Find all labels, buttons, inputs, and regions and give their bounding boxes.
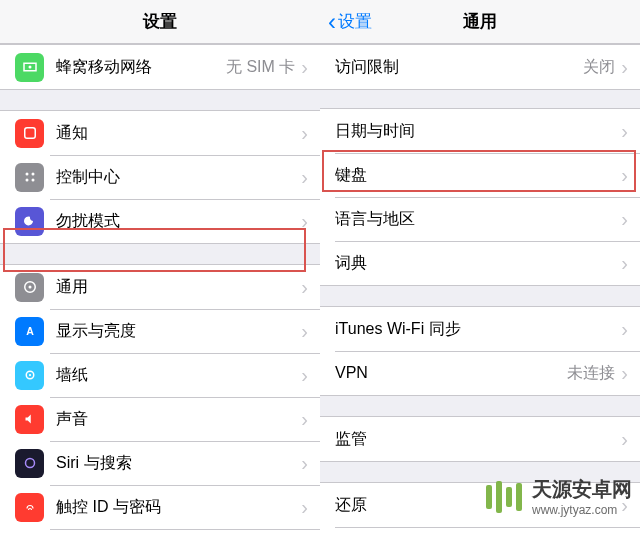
chevron-right-icon: › [301, 453, 308, 473]
svg-point-11 [25, 459, 34, 468]
chevron-right-icon: › [621, 429, 628, 449]
row-profile[interactable]: 监管 › [320, 417, 640, 461]
group-profile: 监管 › [320, 416, 640, 462]
svg-point-2 [25, 173, 28, 176]
back-label: 设置 [338, 10, 372, 33]
general-screen: ‹ 设置 通用 访问限制 关闭 › 日期与时间 › 键盘 › 语言与地区 › [320, 0, 640, 537]
row-vpn[interactable]: VPN 未连接 › [320, 351, 640, 395]
navbar-title: 通用 [463, 10, 497, 33]
row-label: iTunes Wi-Fi 同步 [335, 319, 621, 340]
row-notifications[interactable]: 通知 › [0, 111, 320, 155]
row-label: 访问限制 [335, 57, 583, 78]
chevron-right-icon: › [301, 211, 308, 231]
siri-icon [15, 449, 44, 478]
row-label: 蜂窝移动网络 [56, 57, 226, 78]
row-dictionary[interactable]: 词典 › [320, 241, 640, 285]
group-datetime: 日期与时间 › 键盘 › 语言与地区 › 词典 › [320, 108, 640, 286]
row-label: 日期与时间 [335, 121, 621, 142]
chevron-right-icon: › [621, 209, 628, 229]
chevron-left-icon: ‹ [328, 10, 336, 34]
chevron-right-icon: › [301, 277, 308, 297]
chevron-right-icon: › [301, 167, 308, 187]
chevron-right-icon: › [621, 121, 628, 141]
group-general: 通用 › A 显示与亮度 › 墙纸 › 声音 › Siri 与搜索 › [0, 264, 320, 537]
group-cellular: 蜂窝移动网络 无 SIM 卡 › [0, 44, 320, 90]
dnd-icon [15, 207, 44, 236]
chevron-right-icon: › [301, 365, 308, 385]
gear-icon [15, 273, 44, 302]
svg-rect-15 [496, 481, 502, 513]
svg-rect-14 [486, 485, 492, 509]
row-siri[interactable]: Siri 与搜索 › [0, 441, 320, 485]
row-label: 监管 [335, 429, 621, 450]
chevron-right-icon: › [621, 363, 628, 383]
row-shutdown[interactable]: 关机 [320, 527, 640, 537]
row-label: 通用 [56, 277, 301, 298]
wallpaper-icon [15, 361, 44, 390]
watermark-url: www.jytyaz.com [532, 503, 632, 517]
row-detail: 关闭 [583, 57, 615, 78]
svg-point-10 [28, 374, 30, 376]
group-sync: iTunes Wi-Fi 同步 › VPN 未连接 › [320, 306, 640, 396]
svg-point-7 [28, 286, 31, 289]
touchid-icon [15, 493, 44, 522]
row-display[interactable]: A 显示与亮度 › [0, 309, 320, 353]
row-language[interactable]: 语言与地区 › [320, 197, 640, 241]
row-label: 声音 [56, 409, 301, 430]
row-restrictions[interactable]: 访问限制 关闭 › [320, 45, 640, 89]
row-label: 触控 ID 与密码 [56, 497, 301, 518]
svg-point-4 [25, 179, 28, 182]
row-sos[interactable]: SOS SOS 紧急联络 › [0, 529, 320, 537]
row-datetime[interactable]: 日期与时间 › [320, 109, 640, 153]
group-notifications: 通知 › 控制中心 › 勿扰模式 › [0, 110, 320, 244]
row-control-center[interactable]: 控制中心 › [0, 155, 320, 199]
notifications-icon [15, 119, 44, 148]
row-sound[interactable]: 声音 › [0, 397, 320, 441]
svg-rect-16 [506, 487, 512, 507]
display-icon: A [15, 317, 44, 346]
row-label: 显示与亮度 [56, 321, 301, 342]
navbar-general: ‹ 设置 通用 [320, 0, 640, 44]
row-wallpaper[interactable]: 墙纸 › [0, 353, 320, 397]
chevron-right-icon: › [621, 253, 628, 273]
settings-screen: 设置 蜂窝移动网络 无 SIM 卡 › 通知 › 控制中心 › [0, 0, 320, 537]
svg-point-0 [28, 66, 31, 69]
svg-text:A: A [26, 325, 34, 337]
svg-point-3 [31, 173, 34, 176]
cellular-icon [15, 53, 44, 82]
navbar-title: 设置 [143, 10, 177, 33]
navbar-settings: 设置 [0, 0, 320, 44]
chevron-right-icon: › [621, 165, 628, 185]
row-label: VPN [335, 364, 567, 382]
chevron-right-icon: › [301, 409, 308, 429]
chevron-right-icon: › [301, 497, 308, 517]
row-label: 词典 [335, 253, 621, 274]
svg-rect-1 [24, 128, 35, 139]
row-itunes-wifi[interactable]: iTunes Wi-Fi 同步 › [320, 307, 640, 351]
row-label: Siri 与搜索 [56, 453, 301, 474]
chevron-right-icon: › [621, 319, 628, 339]
control-center-icon [15, 163, 44, 192]
row-dnd[interactable]: 勿扰模式 › [0, 199, 320, 243]
row-label: 通知 [56, 123, 301, 144]
back-button[interactable]: ‹ 设置 [328, 10, 372, 34]
watermark-name: 天源安卓网 [532, 476, 632, 503]
row-detail: 无 SIM 卡 [226, 57, 295, 78]
chevron-right-icon: › [301, 57, 308, 77]
row-general[interactable]: 通用 › [0, 265, 320, 309]
chevron-right-icon: › [301, 321, 308, 341]
row-label: 墙纸 [56, 365, 301, 386]
row-label: 键盘 [335, 165, 621, 186]
row-detail: 未连接 [567, 363, 615, 384]
watermark: 天源安卓网 www.jytyaz.com [484, 476, 632, 517]
svg-rect-17 [516, 483, 522, 511]
row-label: 勿扰模式 [56, 211, 301, 232]
chevron-right-icon: › [621, 57, 628, 77]
group-restrictions: 访问限制 关闭 › [320, 44, 640, 90]
row-touchid[interactable]: 触控 ID 与密码 › [0, 485, 320, 529]
row-keyboard[interactable]: 键盘 › [320, 153, 640, 197]
sound-icon [15, 405, 44, 434]
row-cellular[interactable]: 蜂窝移动网络 无 SIM 卡 › [0, 45, 320, 89]
svg-point-5 [31, 179, 34, 182]
row-label: 语言与地区 [335, 209, 621, 230]
